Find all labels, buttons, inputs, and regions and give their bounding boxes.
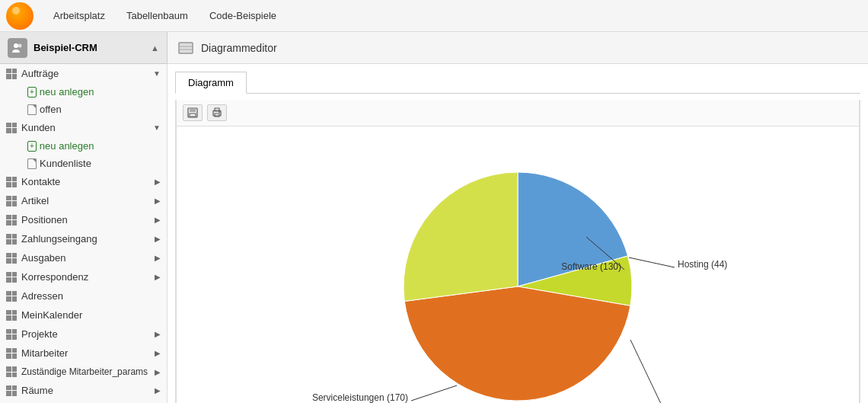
svg-line-15 bbox=[629, 257, 675, 267]
crm-icon bbox=[8, 38, 27, 58]
sidebar-title: Beispiel-CRM bbox=[34, 42, 97, 53]
grid-icon bbox=[6, 366, 17, 377]
grid-icon bbox=[6, 291, 17, 302]
save-button[interactable] bbox=[183, 104, 203, 121]
sidebar-item-mitarbeiter[interactable]: Mitarbeiter ▶ bbox=[0, 344, 167, 363]
print-button[interactable] bbox=[207, 104, 227, 121]
svg-rect-7 bbox=[190, 108, 196, 112]
nav-tabellenbaum[interactable]: Tabellenbaum bbox=[116, 2, 199, 29]
diagram-tab-bar: Diagramm bbox=[175, 72, 860, 94]
arrow-projekte: ▶ bbox=[155, 330, 161, 338]
nav-code-beispiele[interactable]: Code-Beispiele bbox=[199, 2, 287, 29]
sidebar-item-korrespondenz[interactable]: Korrespondenz ▶ bbox=[0, 267, 167, 286]
grid-icon bbox=[6, 272, 17, 283]
sidebar-item-kundenliste[interactable]: Kundenliste bbox=[21, 155, 167, 172]
grid-icon bbox=[6, 385, 17, 396]
svg-text:Serviceleistungen (170): Serviceleistungen (170) bbox=[312, 392, 408, 403]
arrow-mitarbeiter: ▶ bbox=[155, 349, 161, 357]
grid-icon bbox=[6, 329, 17, 340]
grid-icon bbox=[6, 123, 17, 133]
arrow-zustandige: ▶ bbox=[155, 368, 161, 376]
sidebar-label-auftraege: Aufträge bbox=[21, 68, 59, 79]
tab-diagramm[interactable]: Diagramm bbox=[175, 72, 247, 94]
svg-line-17 bbox=[630, 340, 678, 403]
diagram-toolbar bbox=[176, 100, 860, 126]
arrow-zahlungseingang: ▶ bbox=[155, 235, 161, 243]
arrow-kontakte: ▶ bbox=[155, 178, 161, 186]
svg-text:Software (130): Software (130) bbox=[561, 261, 621, 272]
arrow-ausgaben: ▶ bbox=[155, 254, 161, 262]
grid-icon bbox=[6, 310, 17, 321]
doc-icon bbox=[27, 104, 37, 115]
sidebar-item-kunden-neu[interactable]: + neu anlegen bbox=[21, 137, 167, 155]
svg-point-12 bbox=[219, 111, 220, 113]
pie-chart: Software (130)Hosting (44)Hardware (284)… bbox=[289, 142, 746, 403]
arrow-kunden: ▼ bbox=[153, 123, 161, 132]
sidebar-item-zahlungseingang[interactable]: Zahlungseingang ▶ bbox=[0, 229, 167, 248]
sidebar-item-meinkalender[interactable]: MeinKalender bbox=[0, 305, 167, 325]
sidebar-item-positionen[interactable]: Positionen ▶ bbox=[0, 210, 167, 229]
nav-arbeitsplatz[interactable]: Arbeitsplatz bbox=[43, 2, 116, 29]
sidebar-item-adressen[interactable]: Adressen bbox=[0, 286, 167, 305]
sidebar-item-auftraege-offen[interactable]: offen bbox=[21, 101, 167, 118]
grid-icon bbox=[6, 69, 17, 79]
grid-icon bbox=[6, 234, 17, 245]
sidebar-header: Beispiel-CRM ▲ bbox=[0, 32, 168, 64]
content-header-title: Diagrammeditor bbox=[201, 42, 277, 54]
sidebar: Aufträge ▼ + neu anlegen offen Kunden bbox=[0, 64, 168, 403]
sidebar-item-kunden[interactable]: Kunden ▼ bbox=[0, 118, 167, 137]
svg-rect-3 bbox=[180, 43, 192, 53]
top-nav: Arbeitsplatz Tabellenbaum Code-Beispiele bbox=[0, 0, 868, 32]
svg-rect-8 bbox=[190, 114, 196, 117]
arrow-positionen: ▶ bbox=[155, 216, 161, 224]
sidebar-item-kontakte[interactable]: Kontakte ▶ bbox=[0, 172, 167, 191]
chart-container: Software (130)Hosting (44)Hardware (284)… bbox=[176, 126, 860, 403]
content-area: Diagramm bbox=[168, 64, 868, 403]
arrow-raume: ▶ bbox=[155, 386, 161, 395]
diagram-panel: Diagramm bbox=[168, 64, 868, 403]
sidebar-item-projekte[interactable]: Projekte ▶ bbox=[0, 325, 167, 344]
grid-icon bbox=[6, 215, 17, 225]
content-header: Diagrammeditor bbox=[168, 32, 868, 64]
grid-icon bbox=[6, 196, 17, 206]
svg-text:Hosting (44): Hosting (44) bbox=[678, 259, 727, 270]
sidebar-item-artikel[interactable]: Artikel ▶ bbox=[0, 191, 167, 210]
svg-point-0 bbox=[14, 43, 18, 48]
sidebar-item-auftraege-neu[interactable]: + neu anlegen bbox=[21, 83, 167, 101]
app-logo bbox=[6, 2, 34, 30]
grid-icon bbox=[6, 253, 17, 264]
sidebar-item-raume[interactable]: Räume ▶ bbox=[0, 381, 167, 400]
arrow-artikel: ▶ bbox=[155, 197, 161, 205]
arrow-auftraege: ▼ bbox=[153, 69, 161, 78]
sidebar-item-zustandige[interactable]: Zuständige Mitarbeiter_params ▶ bbox=[0, 363, 167, 381]
grid-icon bbox=[6, 177, 17, 187]
sidebar-collapse-icon[interactable]: ▲ bbox=[151, 43, 159, 53]
grid-icon bbox=[6, 348, 17, 359]
doc-icon bbox=[27, 158, 37, 169]
diagram-editor-icon bbox=[177, 39, 195, 57]
svg-point-1 bbox=[18, 43, 22, 47]
arrow-korrespondenz: ▶ bbox=[155, 273, 161, 281]
svg-line-19 bbox=[411, 385, 457, 401]
sidebar-item-ausgaben[interactable]: Ausgaben ▶ bbox=[0, 248, 167, 267]
sidebar-label-kunden: Kunden bbox=[21, 122, 56, 133]
sidebar-item-auftraege[interactable]: Aufträge ▼ bbox=[0, 64, 167, 83]
